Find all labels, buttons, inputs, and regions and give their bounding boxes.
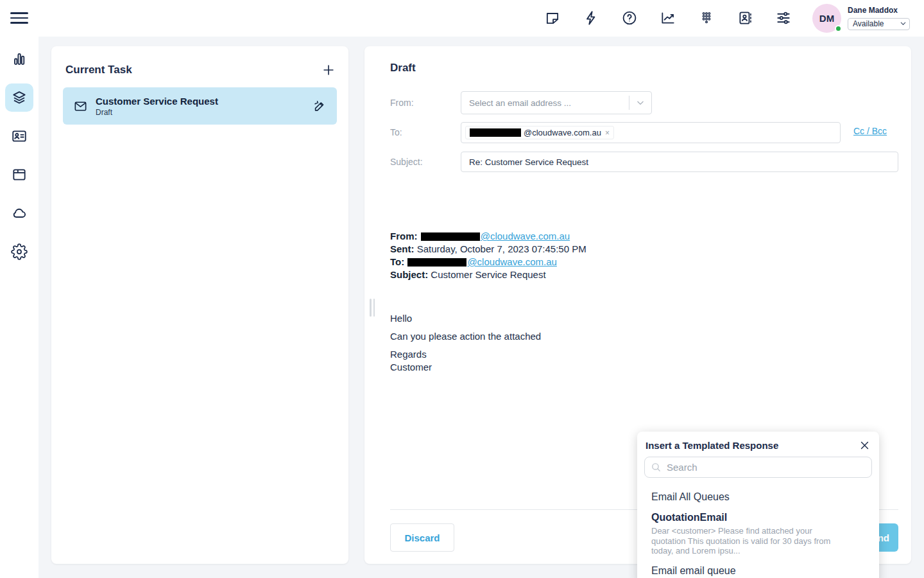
rail-item-apps[interactable] [5,161,33,189]
gear-icon [11,243,28,260]
from-select[interactable]: Select an email address ... [461,91,652,114]
rail-item-directory[interactable] [5,122,33,150]
to-label: To: [390,127,402,137]
rail-item-settings[interactable] [5,238,33,266]
address-book-icon[interactable] [737,10,753,26]
body-line: Regards [390,348,541,361]
redacted-text [421,232,480,241]
to-input[interactable]: @cloudwave.com.au × [461,122,841,143]
quoted-email-headers: From: @cloudwave.com.au Sent: Saturday, … [390,230,586,281]
bar-chart-icon [11,51,28,67]
quoted-from-link[interactable]: @cloudwave.com.au [481,231,570,241]
topbar-icon-group [544,10,792,26]
redacted-text [407,258,466,267]
template-search-input[interactable] [667,462,866,473]
cloud-icon [11,205,28,222]
quoted-to-link[interactable]: @cloudwave.com.au [467,256,556,267]
topbar: DM Dane Maddox Available [0,0,924,37]
contact-card-icon [11,128,28,144]
rail-item-cloud[interactable] [5,199,33,227]
hamburger-menu-icon[interactable] [10,9,28,27]
presence-select[interactable]: Available [848,18,910,30]
analytics-icon[interactable] [660,10,676,26]
from-label: From: [390,98,414,108]
body-line: Hello [390,312,541,325]
sticky-note-icon[interactable] [544,10,561,26]
draft-title: Draft [390,62,416,74]
quoted-sent-label: Sent: [390,243,415,254]
quoted-to-label: To: [390,256,404,267]
status-dot [835,25,842,32]
task-card-title: Customer Service Request [96,96,305,107]
popup-title: Insert a Templated Response [646,440,778,451]
quoted-subject-value: Customer Service Request [431,269,545,280]
body-line: Customer [390,361,541,374]
avatar[interactable]: DM [812,4,841,33]
recipient-chip-domain: @cloudwave.com.au [524,128,601,137]
panel-resize-handle[interactable] [370,299,375,317]
from-select-placeholder: Select an email address ... [461,98,629,108]
chevron-down-icon[interactable] [629,98,651,107]
search-icon [651,462,662,473]
subject-input[interactable] [461,152,898,172]
lightning-icon[interactable] [583,10,599,26]
quoted-subject-label: Subject: [390,269,428,280]
recipient-chip[interactable]: @cloudwave.com.au × [465,126,614,139]
template-item-label: QuotationEmail [651,512,865,523]
body-line: Can you please action the attached [390,330,541,343]
user-cluster: DM Dane Maddox Available [812,4,910,33]
sliders-icon[interactable] [775,10,792,26]
help-icon[interactable] [621,10,638,26]
remove-recipient-icon[interactable]: × [604,128,610,137]
quoted-sent-value: Saturday, October 7, 2023 07:45:50 PM [417,243,586,254]
redacted-text [470,128,521,137]
task-card-subtitle: Draft [96,108,305,117]
task-card-customer-service-request[interactable]: Customer Service Request Draft [63,87,337,125]
email-body[interactable]: Hello Can you please action the attached… [390,312,541,374]
layers-icon [11,89,28,106]
template-search-box[interactable] [644,457,872,478]
current-task-panel: Current Task Customer Service Request Dr… [51,46,348,564]
left-rail [0,37,38,578]
subject-label: Subject: [390,157,423,167]
template-list: Email All Queues QuotationEmail Dear <cu… [637,478,879,578]
avatar-initials: DM [819,13,834,24]
envelope-icon [73,99,88,114]
quoted-from-label: From: [390,231,418,241]
templated-response-popup: Insert a Templated Response Email All Qu… [637,432,879,578]
template-item-preview: Dear <customer> Please find attached you… [651,526,865,556]
add-task-icon[interactable] [321,63,336,77]
template-item-email-email-queue[interactable]: Email email queue [637,561,879,578]
template-item-label: Email All Queues [651,491,865,503]
rail-item-performance[interactable] [5,45,33,73]
edit-draft-icon[interactable] [312,99,327,113]
cc-bcc-link[interactable]: Cc / Bcc [853,126,887,136]
user-name: Dane Maddox [848,6,910,15]
dialpad-icon[interactable] [698,10,715,26]
rail-item-interactions[interactable] [5,83,33,112]
discard-button[interactable]: Discard [390,523,454,552]
template-item-label: Email email queue [651,565,865,577]
template-item-quotation-email[interactable]: QuotationEmail Dear <customer> Please fi… [637,507,879,561]
current-task-title: Current Task [65,64,132,76]
template-item-email-all-queues[interactable]: Email All Queues [637,487,879,507]
window-icon [11,166,28,183]
close-icon[interactable] [859,440,870,451]
